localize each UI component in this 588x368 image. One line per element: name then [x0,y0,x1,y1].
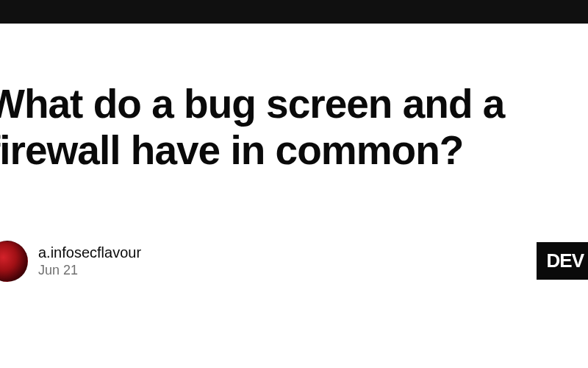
author-block[interactable]: a.infosecflavour Jun 21 [0,241,141,282]
article-content: What do a bug screen and a firewall have… [0,81,588,282]
article-title: What do a bug screen and a firewall have… [0,81,588,174]
author-row: a.infosecflavour Jun 21 DEV [0,241,588,282]
author-info: a.infosecflavour Jun 21 [38,244,141,278]
author-avatar[interactable] [0,241,28,282]
author-name[interactable]: a.infosecflavour [38,244,141,261]
post-date: Jun 21 [38,263,141,278]
top-header-bar [0,0,588,24]
dev-badge[interactable]: DEV [537,242,588,280]
